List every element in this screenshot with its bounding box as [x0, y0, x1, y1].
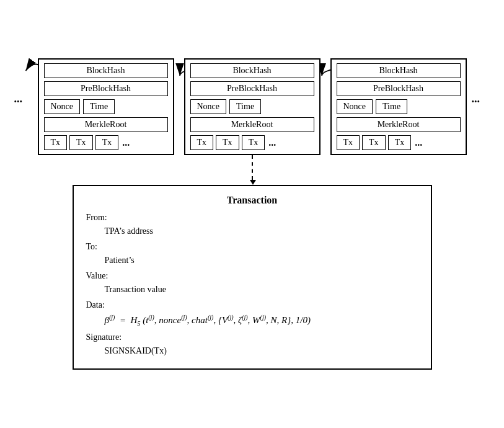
block2-preblockhash: PreBlockHash: [190, 81, 314, 96]
block2-preblockhash-row: PreBlockHash: [190, 81, 314, 96]
block1-tx1: Tx: [44, 135, 68, 150]
block2-tx2: Tx: [216, 135, 239, 150]
block3-merkleroot-row: MerkleRoot: [337, 117, 461, 132]
block3-nonce: Nonce: [337, 99, 373, 114]
from-label: From:: [86, 211, 418, 224]
value-value: Transaction value: [86, 285, 418, 295]
formula: β(j) = H5 (t(j), nonce(j), chat(j), {V(j…: [86, 314, 418, 327]
block2-tx3: Tx: [242, 135, 265, 150]
transaction-section: Transaction From: TPA’s address To: Pati…: [14, 155, 491, 370]
block-1-wrapper: BlockHash PreBlockHash Nonce Time Merkle…: [38, 58, 174, 155]
block3-tx1: Tx: [337, 135, 360, 150]
block-2: BlockHash PreBlockHash Nonce Time Merkle…: [184, 58, 321, 155]
block-3: BlockHash PreBlockHash Nonce Time Merkle…: [330, 58, 467, 155]
block1-tx-row: Tx Tx Tx ...: [44, 135, 168, 150]
dashed-down-arrow: [252, 155, 253, 180]
block3-preblockhash: PreBlockHash: [337, 81, 461, 96]
block3-time: Time: [376, 99, 407, 114]
block1-nonce-time-row: Nonce Time: [44, 99, 168, 114]
ellipsis-right: ...: [472, 58, 490, 105]
value-label: Value:: [86, 269, 418, 282]
block2-merkleroot: MerkleRoot: [190, 117, 314, 132]
block1-merkleroot: MerkleRoot: [44, 117, 168, 132]
block2-tx-row: Tx Tx Tx ...: [190, 135, 314, 150]
data-label: Data:: [86, 298, 418, 311]
ellipsis-left: ...: [14, 58, 33, 105]
block2-nonce: Nonce: [190, 99, 227, 114]
block2-nonce-time-row: Nonce Time: [190, 99, 314, 114]
block1-blockhash-row: BlockHash: [44, 63, 168, 78]
block1-tx2: Tx: [69, 135, 93, 150]
block1-preblockhash: PreBlockHash: [44, 81, 168, 96]
from-value: TPA’s address: [86, 226, 418, 236]
block3-merkleroot: MerkleRoot: [337, 117, 461, 132]
block3-tx-ellipsis: ...: [413, 137, 422, 148]
block1-preblockhash-row: PreBlockHash: [44, 81, 168, 96]
block-3-wrapper: BlockHash PreBlockHash Nonce Time Merkle…: [330, 58, 467, 155]
block3-nonce-time-row: Nonce Time: [337, 99, 461, 114]
block-2-wrapper: BlockHash PreBlockHash Nonce Time Merkle…: [184, 58, 321, 155]
block2-tx1: Tx: [190, 135, 214, 150]
block1-time: Time: [83, 99, 115, 114]
block1-merkleroot-row: MerkleRoot: [44, 117, 168, 132]
block1-nonce: Nonce: [44, 99, 81, 114]
block3-tx3: Tx: [388, 135, 412, 150]
signature-value: SIGNSKAID(Tx): [86, 346, 418, 356]
transaction-box: Transaction From: TPA’s address To: Pati…: [73, 185, 432, 370]
blocks-area: ... BlockHash PreBlockHash Nonce Time Me…: [14, 58, 491, 155]
to-label: To:: [86, 240, 418, 253]
transaction-title: Transaction: [86, 195, 418, 206]
block-1: BlockHash PreBlockHash Nonce Time Merkle…: [38, 58, 174, 155]
block1-tx3: Tx: [95, 135, 119, 150]
block2-blockhash-row: BlockHash: [190, 63, 314, 78]
block2-blockhash: BlockHash: [190, 63, 314, 78]
block1-tx-ellipsis: ...: [121, 137, 130, 148]
to-value: Patient’s: [86, 256, 418, 265]
block2-tx-ellipsis: ...: [267, 137, 276, 148]
signature-label: Signature:: [86, 331, 418, 344]
block3-blockhash: BlockHash: [337, 63, 461, 78]
block2-time: Time: [229, 99, 261, 114]
main-diagram: ... BlockHash PreBlockHash Nonce Time Me…: [7, 46, 497, 382]
block2-merkleroot-row: MerkleRoot: [190, 117, 314, 132]
block3-blockhash-row: BlockHash: [337, 63, 461, 78]
block3-tx-row: Tx Tx Tx ...: [337, 135, 461, 150]
block3-preblockhash-row: PreBlockHash: [337, 81, 461, 96]
block1-blockhash: BlockHash: [44, 63, 168, 78]
block3-tx2: Tx: [362, 135, 386, 150]
